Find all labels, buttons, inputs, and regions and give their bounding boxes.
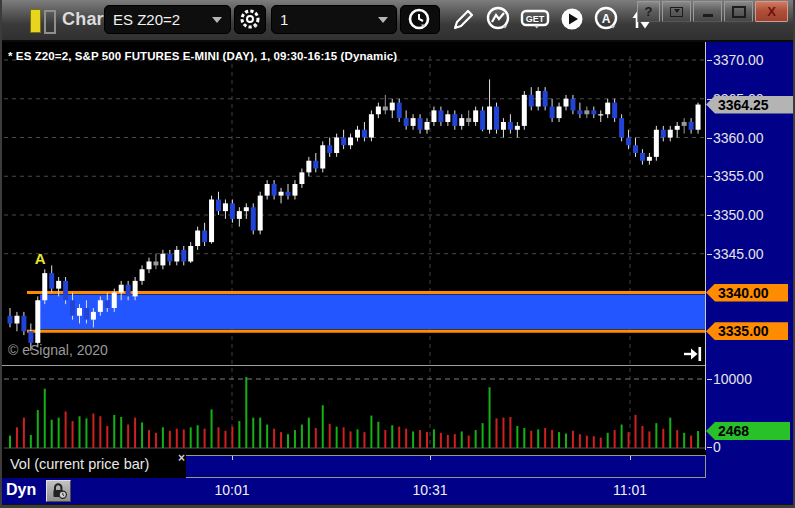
candle-body [362, 130, 367, 138]
volume-chart [2, 366, 705, 450]
pane-divider [2, 365, 795, 366]
volume-bar [530, 431, 532, 448]
volume-bar [384, 430, 386, 448]
volume-bar [44, 389, 46, 448]
candle-body [153, 262, 158, 266]
pencil-icon [449, 6, 477, 34]
time-template-button[interactable] [400, 5, 440, 34]
candle-body [522, 95, 527, 126]
volume-bar [23, 418, 25, 448]
get-data-button[interactable]: GET [519, 5, 553, 34]
volume-bar [65, 411, 67, 448]
volume-bar [572, 431, 574, 448]
volume-bar [544, 428, 546, 448]
time-axis-bar[interactable]: Dyn 10:0110:3111:01 [2, 478, 795, 504]
candle-body [369, 114, 374, 137]
volume-bar [433, 429, 435, 448]
candle-body [473, 110, 478, 122]
candle-body [452, 114, 457, 126]
volume-bar [697, 431, 699, 448]
candle-body [466, 118, 471, 122]
candle-body [529, 95, 534, 107]
volume-bar [419, 430, 421, 448]
candle-body [564, 99, 569, 107]
candle-body [661, 130, 666, 138]
close-volume-study-button[interactable]: × [178, 451, 185, 465]
time-axis-strip [186, 455, 706, 478]
volume-bar [440, 433, 442, 448]
candle-body [418, 118, 423, 130]
zone-lower-price-tag: 3335.00 [706, 322, 788, 340]
chevron-down-icon [378, 17, 388, 23]
help-button[interactable]: ? [637, 1, 660, 22]
volume-bar [641, 426, 643, 448]
interval-dropdown[interactable]: 1 [271, 5, 397, 34]
titlebar: Chart ES Z20=2 1 [0, 0, 795, 42]
window-title: Chart [62, 9, 110, 30]
candle-body [397, 103, 402, 119]
candle-body [383, 107, 388, 111]
candle-body [237, 211, 242, 219]
volume-pane[interactable] [2, 366, 705, 450]
candle-body [612, 103, 617, 119]
candle-body [279, 192, 284, 196]
volume-bar [621, 425, 623, 448]
candle-body [42, 273, 47, 300]
clock-icon [406, 6, 434, 34]
trendline-icon [484, 5, 514, 35]
annotation-button[interactable]: A [590, 5, 624, 34]
candle-body [188, 246, 193, 262]
candle-body [8, 316, 13, 324]
symbol-value: ES Z20=2 [113, 11, 180, 28]
settings-gear-button[interactable] [234, 5, 266, 34]
go-to-latest-bar-button[interactable] [682, 345, 704, 363]
line-tools-button[interactable] [482, 5, 516, 34]
volume-bar [357, 429, 359, 448]
chart-symbol-header: * ES Z20=2, S&P 500 FUTURES E-MINI (DAY)… [8, 50, 397, 62]
volume-bar [391, 425, 393, 448]
candle-body [390, 103, 395, 111]
volume-bar [655, 423, 657, 448]
volume-bar [259, 418, 261, 448]
time-lock-button[interactable] [46, 480, 71, 502]
volume-axis-label: 10000 [713, 371, 752, 387]
volume-bar [648, 431, 650, 448]
price-chart-pane[interactable]: A * ES Z20=2, S&P 500 FUTURES E-MINI (DA… [2, 42, 705, 366]
candle-body [341, 138, 346, 146]
candle-body [487, 107, 492, 130]
marker-a: A [35, 250, 46, 267]
volume-bar [377, 422, 379, 448]
volume-bar [190, 427, 192, 448]
candle-body [313, 161, 318, 169]
volume-bar [537, 429, 539, 448]
candle-body [445, 114, 450, 122]
volume-bar [294, 430, 296, 448]
volume-bar [72, 421, 74, 448]
candle-body [696, 105, 701, 130]
volume-bar [224, 431, 226, 448]
volume-bar [579, 434, 581, 448]
candle-body [272, 184, 277, 196]
close-icon: X [767, 4, 776, 19]
candle-body [126, 285, 131, 297]
close-button[interactable]: X [755, 1, 788, 22]
candle-body [438, 110, 443, 122]
volume-bar [58, 418, 60, 448]
draw-tools-button[interactable] [447, 5, 479, 34]
volume-bar [551, 430, 553, 448]
minimize-button[interactable] [693, 1, 722, 22]
restore-window-button[interactable] [662, 1, 691, 22]
candle-body [216, 200, 221, 212]
candle-body [425, 122, 430, 130]
volume-bar [148, 430, 150, 448]
volume-bar [16, 427, 18, 448]
maximize-button[interactable] [724, 1, 753, 22]
window-bottom-edge [2, 504, 795, 508]
volume-bar [127, 425, 129, 448]
symbol-dropdown[interactable]: ES Z20=2 [104, 5, 231, 34]
chart-page-icon [30, 9, 56, 33]
volume-bar [398, 427, 400, 448]
candle-body [244, 207, 249, 211]
play-button[interactable] [556, 5, 588, 34]
price-axis[interactable]: 3345.003350.003355.003360.003365.003370.… [706, 42, 795, 478]
